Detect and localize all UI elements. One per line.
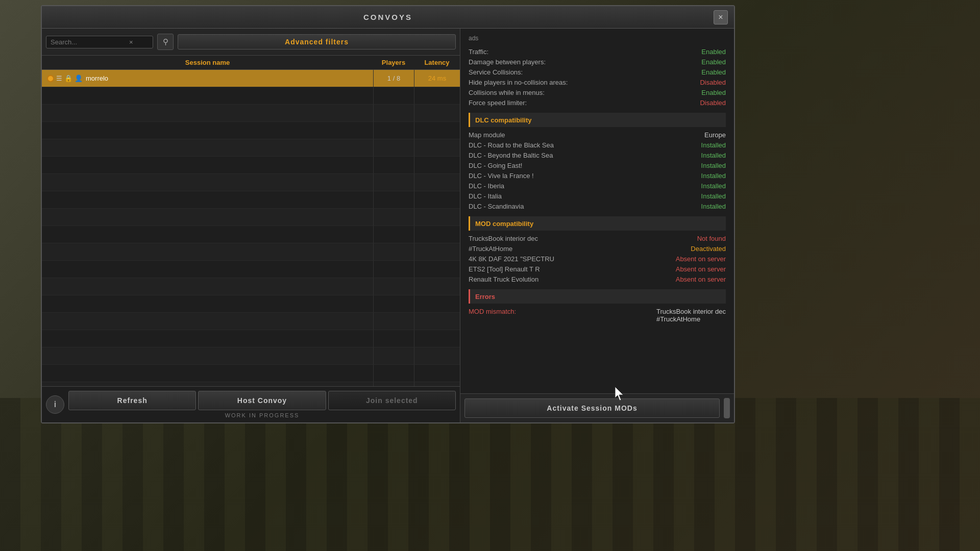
session-list: ☰ 🔒 👤 morrelo 1 / 8 24 ms [42, 70, 460, 386]
hide-label: Hide players in no-collision areas: [469, 79, 568, 86]
mod3-label: 4K 8K DAF 2021 "SPECTRU [469, 255, 554, 263]
refresh-button[interactable]: Refresh [68, 391, 196, 410]
collisions-label: Collisions while in menus: [469, 89, 545, 96]
search-clear-icon[interactable]: × [129, 38, 133, 46]
detail-row-dlc2: DLC - Beyond the Baltic Sea Installed [469, 152, 726, 159]
table-row[interactable] [42, 382, 460, 386]
detail-row-hide: Hide players in no-collision areas: Disa… [469, 79, 726, 86]
players-cell [373, 87, 414, 104]
dlc2-value: Installed [701, 152, 726, 159]
bottom-buttons-row: Refresh Host Convoy Join selected [68, 391, 456, 410]
mod5-value: Absent on server [676, 276, 726, 283]
col-header-players: Players [373, 59, 414, 66]
close-button[interactable]: × [714, 10, 728, 24]
traffic-value: Enabled [701, 48, 726, 56]
session-name-text: morrelo [86, 74, 108, 82]
table-row[interactable] [42, 174, 460, 191]
error1-label: MOD mismatch: [469, 308, 516, 323]
table-row[interactable] [42, 295, 460, 313]
service-value: Enabled [701, 68, 726, 76]
mod2-label: #TruckAtHome [469, 245, 512, 253]
work-in-progress-label: WORK IN PROGRESS [225, 412, 300, 418]
detail-row-service: Service Collisions: Enabled [469, 68, 726, 76]
right-panel: ads Traffic: Enabled Damage between play… [460, 29, 734, 422]
table-row[interactable] [42, 139, 460, 157]
table-row[interactable] [42, 278, 460, 295]
dlc5-value: Installed [701, 182, 726, 190]
dialog-title: CONVOYS [363, 13, 412, 21]
dlc5-label: DLC - Iberia [469, 182, 504, 190]
detail-row-map: Map module Europe [469, 131, 726, 139]
dlc3-value: Installed [701, 162, 726, 169]
lock-icon: 🔒 [64, 74, 72, 82]
column-headers: Session name Players Latency [42, 56, 460, 70]
detail-row-mod2: #TruckAtHome Deactivated [469, 245, 726, 253]
hide-value: Disabled [700, 79, 726, 86]
detail-row-mod4: ETS2 [Tool] Renault T R Absent on server [469, 265, 726, 273]
detail-row-mod5: Renault Truck Evolution Absent on server [469, 276, 726, 283]
table-row[interactable] [42, 330, 460, 347]
detail-row-traffic: Traffic: Enabled [469, 48, 726, 56]
dlc6-label: DLC - Italia [469, 192, 502, 200]
errors-section-title: Errors [475, 293, 495, 300]
dlc7-value: Installed [701, 203, 726, 210]
detail-row-dlc7: DLC - Scandinavia Installed [469, 203, 726, 210]
ads-label: ads [469, 35, 726, 42]
search-bar: × ⚲ Advanced filters [42, 29, 460, 56]
search-input-wrap: × [46, 36, 153, 48]
dlc2-label: DLC - Beyond the Baltic Sea [469, 152, 553, 159]
table-row[interactable] [42, 87, 460, 105]
damage-value: Enabled [701, 58, 726, 66]
error1-value: TrucksBook interior dec#TruckAtHome [656, 308, 726, 323]
title-bar: CONVOYS × [42, 6, 734, 29]
table-row[interactable] [42, 122, 460, 139]
dlc3-label: DLC - Going East! [469, 162, 523, 169]
traffic-label: Traffic: [469, 48, 488, 56]
detail-row-damage: Damage between players: Enabled [469, 58, 726, 66]
mod4-value: Absent on server [676, 265, 726, 273]
dlc6-value: Installed [701, 192, 726, 200]
collisions-value: Enabled [701, 89, 726, 96]
detail-row-error1: MOD mismatch: TrucksBook interior dec#Tr… [469, 308, 726, 323]
detail-row-dlc1: DLC - Road to the Black Sea Installed [469, 141, 726, 149]
info-button[interactable]: i [46, 395, 64, 414]
table-row[interactable] [42, 365, 460, 382]
table-row[interactable] [42, 191, 460, 209]
table-row[interactable] [42, 105, 460, 122]
activate-mods-button[interactable]: Activate Session MODs [464, 398, 720, 418]
detail-row-dlc3: DLC - Going East! Installed [469, 162, 726, 169]
mod3-value: Absent on server [676, 255, 726, 263]
scrollbar-thumb[interactable] [724, 398, 730, 418]
mod2-value: Deactivated [691, 245, 726, 253]
detail-row-mod1: TrucksBook interior dec Not found [469, 235, 726, 242]
mod5-label: Renault Truck Evolution [469, 276, 538, 283]
dlc-section-header: DLC compatibility [469, 113, 726, 127]
join-selected-button: Join selected [328, 391, 456, 410]
table-row[interactable] [42, 243, 460, 261]
table-row[interactable] [42, 209, 460, 226]
col-header-latency: Latency [414, 59, 460, 66]
friend-icon: 👤 [75, 74, 83, 82]
table-row[interactable] [42, 261, 460, 278]
search-button[interactable]: ⚲ [157, 34, 174, 50]
detail-row-dlc6: DLC - Italia Installed [469, 192, 726, 200]
table-row[interactable]: ☰ 🔒 👤 morrelo 1 / 8 24 ms [42, 70, 460, 87]
dlc7-label: DLC - Scandinavia [469, 203, 524, 210]
mod4-label: ETS2 [Tool] Renault T R [469, 265, 540, 273]
map-module-label: Map module [469, 131, 505, 139]
latency-cell [414, 87, 460, 104]
col-header-session: Session name [42, 59, 373, 66]
table-row[interactable] [42, 313, 460, 330]
table-row[interactable] [42, 157, 460, 174]
detail-row-mod3: 4K 8K DAF 2021 "SPECTRU Absent on server [469, 255, 726, 263]
advanced-filters-button[interactable]: Advanced filters [178, 34, 456, 49]
dlc1-value: Installed [701, 141, 726, 149]
dlc-section-title: DLC compatibility [475, 116, 532, 124]
table-row[interactable] [42, 226, 460, 243]
errors-section-header: Errors [469, 289, 726, 304]
table-row[interactable] [42, 347, 460, 365]
details-scroll[interactable]: ads Traffic: Enabled Damage between play… [460, 29, 734, 393]
dlc1-label: DLC - Road to the Black Sea [469, 141, 554, 149]
search-input[interactable] [51, 38, 127, 46]
host-convoy-button[interactable]: Host Convoy [198, 391, 326, 410]
